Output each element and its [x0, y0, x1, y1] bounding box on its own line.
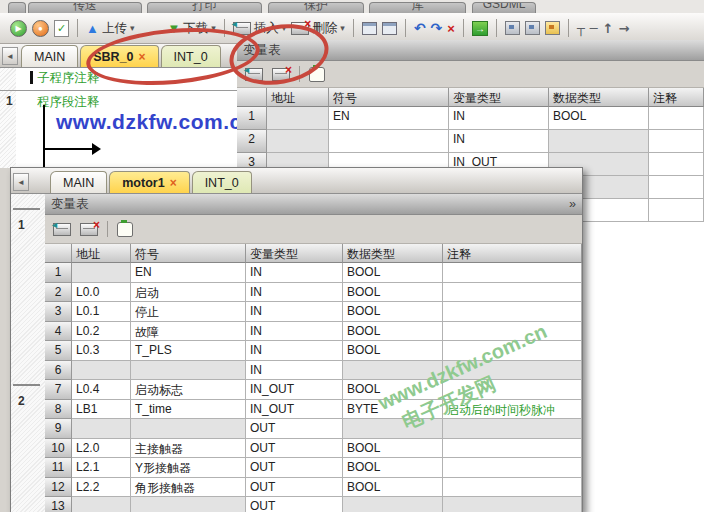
cell-cmt[interactable]: 启动后的时间秒脉冲: [443, 400, 582, 420]
row-number[interactable]: 10: [45, 439, 72, 459]
row-number[interactable]: 11: [45, 458, 72, 478]
cell-addr[interactable]: L2.1: [72, 458, 131, 478]
row-number[interactable]: 6: [45, 361, 72, 381]
cell-addr[interactable]: L2.2: [72, 478, 131, 498]
cell-cmt[interactable]: [443, 497, 582, 512]
variable-table-titlebar[interactable]: 变量表: [237, 40, 704, 61]
cell-addr[interactable]: [72, 361, 131, 381]
cell-cmt[interactable]: [443, 341, 582, 361]
cell-addr[interactable]: [72, 263, 131, 283]
insert-branch-button[interactable]: ┬: [577, 21, 585, 36]
cell-cmt[interactable]: [649, 199, 704, 222]
cell-sym[interactable]: 启动标志: [131, 380, 246, 400]
tab-scroll-left-button[interactable]: ◄: [2, 47, 18, 65]
cell-addr[interactable]: L0.1: [72, 302, 131, 322]
cell-dtype[interactable]: BOOL: [343, 380, 443, 400]
cell-vtype[interactable]: IN: [246, 341, 343, 361]
cell-dtype[interactable]: [343, 497, 443, 512]
cell-sym[interactable]: EN: [329, 107, 449, 130]
cell-vtype[interactable]: IN: [449, 130, 549, 153]
cell-dtype[interactable]: BOOL: [343, 439, 443, 459]
cell-cmt[interactable]: [443, 302, 582, 322]
insert-button[interactable]: 插入 ▾: [233, 20, 287, 37]
assign-address-icon[interactable]: [117, 222, 133, 237]
cell-sym[interactable]: T_time: [131, 400, 246, 420]
cell-addr[interactable]: [72, 419, 131, 439]
row-number[interactable]: 7: [45, 380, 72, 400]
component-window-button[interactable]: [382, 22, 397, 35]
stop-button[interactable]: ●: [32, 20, 49, 37]
next-bookmark-button[interactable]: [525, 21, 540, 35]
row-number[interactable]: 5: [45, 341, 72, 361]
tab-int0[interactable]: INT_0: [192, 171, 252, 193]
cell-dtype[interactable]: BYTE: [343, 400, 443, 420]
run-button[interactable]: ▶: [10, 20, 27, 37]
tab-scroll-left-button[interactable]: ◄: [13, 173, 29, 191]
cell-addr[interactable]: [267, 130, 329, 153]
cell-vtype[interactable]: IN_OUT: [246, 380, 343, 400]
cell-dtype[interactable]: [343, 419, 443, 439]
cell-sym[interactable]: 主接触器: [131, 439, 246, 459]
cell-cmt[interactable]: [649, 130, 704, 153]
cell-sym[interactable]: Y形接触器: [131, 458, 246, 478]
cell-cmt[interactable]: [649, 176, 704, 199]
row-number[interactable]: 9: [45, 419, 72, 439]
undo-button[interactable]: ↶: [414, 20, 426, 36]
network-comment[interactable]: 程序段注释: [37, 94, 100, 111]
cell-cmt[interactable]: [649, 107, 704, 130]
close-icon[interactable]: ×: [139, 50, 146, 64]
cell-vtype[interactable]: OUT: [246, 439, 343, 459]
cell-cmt[interactable]: [443, 283, 582, 303]
column-header[interactable]: 符号: [329, 88, 449, 107]
cell-dtype[interactable]: BOOL: [343, 283, 443, 303]
insert-row-icon[interactable]: [245, 68, 263, 81]
run-mode-button[interactable]: →: [472, 21, 488, 36]
cell-vtype[interactable]: IN: [246, 263, 343, 283]
cell-cmt[interactable]: [649, 153, 704, 176]
assign-address-icon[interactable]: [309, 67, 325, 82]
cell-dtype[interactable]: BOOL: [343, 263, 443, 283]
cell-addr[interactable]: L0.3: [72, 341, 131, 361]
insert-row-icon[interactable]: [53, 223, 71, 236]
column-header[interactable]: 符号: [131, 244, 246, 263]
column-header[interactable]: 注释: [443, 244, 582, 263]
cell-cmt[interactable]: [443, 380, 582, 400]
download-button[interactable]: ▼ 下载 ▾: [167, 20, 215, 37]
row-number[interactable]: 2: [237, 130, 267, 153]
cell-cmt[interactable]: [443, 478, 582, 498]
cell-addr[interactable]: LB1: [72, 400, 131, 420]
cell-addr[interactable]: L0.0: [72, 283, 131, 303]
row-number[interactable]: 1: [45, 263, 72, 283]
cell-cmt[interactable]: [443, 322, 582, 342]
cell-dtype[interactable]: BOOL: [343, 322, 443, 342]
column-header[interactable]: 数据类型: [549, 88, 649, 107]
clear-bookmark-button[interactable]: [545, 21, 560, 35]
cell-sym[interactable]: [131, 361, 246, 381]
cell-sym[interactable]: 角形接触器: [131, 478, 246, 498]
ladder-editor[interactable]: 子程序注释 1 程序段注释 www.dzkfw.com.cn: [0, 68, 238, 168]
tab-int0[interactable]: INT_0: [161, 45, 221, 67]
cell-sym[interactable]: [131, 497, 246, 512]
cell-dtype[interactable]: [549, 130, 649, 153]
cell-addr[interactable]: [267, 107, 329, 130]
column-header[interactable]: 数据类型: [343, 244, 443, 263]
tab-motor1[interactable]: motor1 ×: [109, 171, 189, 193]
cell-vtype[interactable]: OUT: [246, 419, 343, 439]
cell-cmt[interactable]: [443, 419, 582, 439]
cell-vtype[interactable]: IN_OUT: [246, 400, 343, 420]
row-number[interactable]: 8: [45, 400, 72, 420]
corner-header-cell[interactable]: [237, 88, 267, 107]
upload-button[interactable]: ▲ 上传 ▾: [86, 20, 134, 37]
collapse-icon[interactable]: »: [569, 197, 576, 211]
cell-vtype[interactable]: OUT: [246, 458, 343, 478]
column-header[interactable]: 变量类型: [246, 244, 343, 263]
redo-button[interactable]: ↷: [431, 20, 443, 36]
cell-sym[interactable]: T_PLS: [131, 341, 246, 361]
row-number[interactable]: 13: [45, 497, 72, 512]
cell-sym[interactable]: [329, 130, 449, 153]
compile-button[interactable]: ✓: [54, 20, 69, 37]
row-number[interactable]: 3: [45, 302, 72, 322]
cell-sym[interactable]: 故障: [131, 322, 246, 342]
line-up-button[interactable]: ↑: [603, 21, 614, 36]
variable-table-titlebar[interactable]: 变量表 »: [45, 194, 582, 215]
